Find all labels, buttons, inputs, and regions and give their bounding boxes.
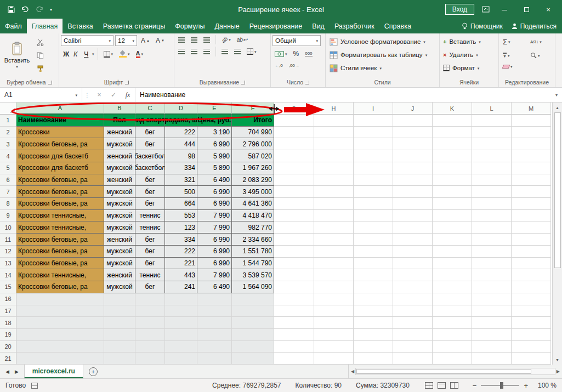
cell-D6[interactable]: 321	[165, 174, 197, 186]
cell-F9[interactable]: 4 418 470	[232, 210, 274, 222]
page-break-view-icon[interactable]	[450, 382, 458, 389]
cell-H14[interactable]	[314, 269, 354, 281]
cell-B18[interactable]	[104, 317, 135, 329]
cell-B19[interactable]	[104, 329, 135, 341]
cell-M20[interactable]	[512, 341, 551, 353]
row-header-5[interactable]: 5	[0, 162, 16, 174]
cell-F12[interactable]: 1 551 780	[232, 246, 274, 258]
cell-B12[interactable]: мужской	[104, 246, 135, 258]
cell-D10[interactable]: 123	[165, 221, 197, 234]
cell-D12[interactable]: 222	[165, 246, 197, 258]
cell-D13[interactable]: 221	[165, 258, 197, 270]
cell-G20[interactable]	[274, 341, 314, 353]
cell-I4[interactable]	[354, 150, 393, 162]
row-header-13[interactable]: 13	[0, 258, 16, 270]
align-top-button[interactable]	[176, 36, 187, 44]
cell-C13[interactable]: бег	[135, 258, 165, 270]
cell-H15[interactable]	[314, 281, 354, 293]
cell-E21[interactable]	[197, 353, 232, 365]
scroll-down-icon[interactable]: ▼	[555, 356, 559, 363]
cell-K12[interactable]	[433, 246, 472, 258]
cell-L17[interactable]	[472, 305, 512, 317]
number-format-select[interactable]: Общий ▾	[273, 35, 321, 46]
row-header-9[interactable]: 9	[0, 210, 16, 222]
cell-K13[interactable]	[433, 258, 472, 270]
cell-M16[interactable]	[512, 293, 551, 305]
wrap-text-button[interactable]: ab↩	[235, 35, 250, 44]
cell-J8[interactable]	[393, 198, 433, 210]
cell-D11[interactable]: 334	[165, 234, 197, 246]
row-header-2[interactable]: 2	[0, 127, 16, 139]
cell-K17[interactable]	[433, 305, 472, 317]
cell-G14[interactable]	[274, 269, 314, 281]
row-header-15[interactable]: 15	[0, 281, 16, 293]
cell-A10[interactable]: Кроссовки теннисные,	[16, 221, 104, 234]
cell-F8[interactable]: 4 641 360	[232, 198, 274, 210]
cell-D1[interactable]: Продано, шт.	[165, 115, 197, 127]
normal-view-icon[interactable]	[425, 382, 433, 389]
cell-D2[interactable]: 222	[165, 127, 197, 139]
cell-L21[interactable]	[472, 353, 512, 365]
cell-J10[interactable]	[393, 221, 433, 234]
cell-C5[interactable]: баскетбол	[135, 162, 165, 174]
cell-E15[interactable]: 6 490	[197, 281, 232, 293]
cell-L15[interactable]	[472, 281, 512, 293]
align-middle-button[interactable]	[189, 36, 200, 44]
tab-формулы[interactable]: Формулы	[170, 19, 209, 33]
cell-B7[interactable]: мужской	[104, 186, 135, 198]
cell-A5[interactable]: Кроссовки для баскетб	[16, 162, 104, 174]
cell-F19[interactable]	[232, 329, 274, 341]
cell-E12[interactable]: 6 990	[197, 246, 232, 258]
cell-J9[interactable]	[393, 210, 433, 222]
row-header-12[interactable]: 12	[0, 246, 16, 258]
cell-D4[interactable]: 98	[165, 150, 197, 162]
cell-M11[interactable]	[512, 234, 551, 246]
cell-E8[interactable]: 6 990	[197, 198, 232, 210]
column-header-D[interactable]: D	[165, 103, 197, 115]
cell-L19[interactable]	[472, 329, 512, 341]
copy-button[interactable]	[35, 50, 46, 61]
cell-B5[interactable]: мужской	[104, 162, 135, 174]
undo-icon[interactable]	[21, 6, 29, 13]
cell-K15[interactable]	[433, 281, 472, 293]
insert-cells-button[interactable]: + Вставить ▾	[441, 35, 497, 48]
cell-K5[interactable]	[433, 162, 472, 174]
scroll-right-icon[interactable]: ▶	[557, 369, 560, 374]
column-header-B[interactable]: B	[104, 103, 135, 115]
cell-M9[interactable]	[512, 210, 551, 222]
cell-M6[interactable]	[512, 174, 551, 186]
select-all-button[interactable]	[0, 103, 16, 115]
cell-H3[interactable]	[314, 138, 354, 150]
share-button[interactable]: Поделиться	[512, 22, 557, 30]
column-header-K[interactable]: K	[433, 103, 472, 115]
cell-K6[interactable]	[433, 174, 472, 186]
tab-разметка-страницы[interactable]: Разметка страницы	[98, 19, 170, 33]
cell-K19[interactable]	[433, 329, 472, 341]
cell-C14[interactable]: теннис	[135, 269, 165, 281]
cell-B13[interactable]: мужской	[104, 258, 135, 270]
cell-L7[interactable]	[472, 186, 512, 198]
cell-M14[interactable]	[512, 269, 551, 281]
zoom-out-button[interactable]: −	[473, 382, 477, 390]
italic-button[interactable]: К	[71, 49, 80, 60]
cell-J11[interactable]	[393, 234, 433, 246]
cell-I7[interactable]	[354, 186, 393, 198]
maximize-button[interactable]	[519, 5, 533, 14]
zoom-slider-thumb[interactable]	[500, 382, 503, 389]
cell-A18[interactable]	[16, 317, 104, 329]
cell-M3[interactable]	[512, 138, 551, 150]
cell-B9[interactable]: мужской	[104, 210, 135, 222]
cell-D9[interactable]: 553	[165, 210, 197, 222]
cell-G12[interactable]	[274, 246, 314, 258]
column-header-C[interactable]: C	[135, 103, 165, 115]
cell-L5[interactable]	[472, 162, 512, 174]
cell-F16[interactable]	[232, 293, 274, 305]
cell-C9[interactable]: теннис	[135, 210, 165, 222]
cell-J13[interactable]	[393, 258, 433, 270]
cell-J20[interactable]	[393, 341, 433, 353]
font-color-button[interactable]: А▾	[134, 48, 145, 60]
previous-sheet-icon[interactable]: ◀	[5, 369, 9, 374]
cell-D7[interactable]: 500	[165, 186, 197, 198]
cell-K8[interactable]	[433, 198, 472, 210]
cell-D8[interactable]: 664	[165, 198, 197, 210]
